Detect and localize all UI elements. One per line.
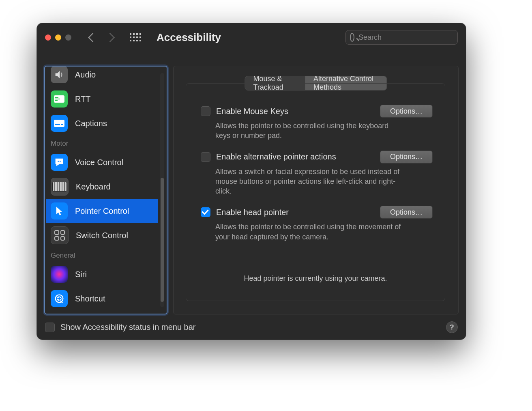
- options-box: Enable Mouse Keys Options… Allows the po…: [186, 83, 445, 301]
- scrollbar-thumb[interactable]: [161, 178, 164, 302]
- option-enable-alt-actions: Enable alternative pointer actions Optio…: [186, 146, 445, 201]
- sidebar-item-keyboard[interactable]: Keyboard: [46, 174, 158, 199]
- categories-sidebar[interactable]: Audio RTT Captions Motor: [44, 66, 167, 314]
- checkbox-enable-mouse-keys[interactable]: [201, 106, 210, 116]
- sidebar-item-shortcut[interactable]: Shortcut: [46, 286, 158, 311]
- option-description: Allows a switch or facial expression to …: [215, 167, 402, 196]
- sidebar-item-voice-control[interactable]: Voice Control: [46, 150, 158, 174]
- svg-point-8: [60, 161, 61, 162]
- sidebar-item-label: Audio: [75, 70, 96, 80]
- nav-arrows: [89, 34, 114, 41]
- sidebar-item-label: RTT: [75, 95, 91, 104]
- sidebar-item-pointer-control[interactable]: Pointer Control: [46, 199, 158, 223]
- sidebar-item-captions[interactable]: Captions: [46, 111, 158, 136]
- sidebar-item-audio[interactable]: Audio: [46, 66, 158, 87]
- prefs-window: Accessibility Audio RTT: [37, 23, 466, 340]
- bottom-row: Show Accessibility status in menu bar ?: [45, 321, 458, 333]
- sidebar-item-label: Captions: [75, 119, 107, 128]
- sidebar-item-siri[interactable]: Siri: [46, 262, 158, 286]
- svg-rect-6: [61, 124, 63, 125]
- sidebar-item-label: Switch Control: [76, 231, 128, 240]
- sidebar-item-label: Shortcut: [75, 294, 105, 303]
- camera-status-note: Head pointer is currently using your cam…: [186, 274, 445, 283]
- page-title: Accessibility: [157, 31, 221, 44]
- rtt-icon: [51, 90, 68, 108]
- show-all-icon[interactable]: [130, 33, 141, 41]
- sidebar-item-label: Pointer Control: [75, 207, 129, 216]
- titlebar: Accessibility: [37, 23, 466, 52]
- voice-control-icon: [51, 154, 68, 171]
- siri-icon: [51, 266, 68, 283]
- detail-pane: Mouse & Trackpad Alternative Control Met…: [173, 66, 459, 314]
- checkbox-enable-alt-actions[interactable]: [201, 152, 210, 162]
- sidebar-section-general: General: [46, 247, 158, 262]
- close-window-button[interactable]: [45, 34, 51, 41]
- option-enable-head-pointer: Enable head pointer Options… Allows the …: [186, 201, 445, 247]
- options-button-mouse-keys[interactable]: Options…: [380, 105, 433, 118]
- option-enable-mouse-keys: Enable Mouse Keys Options… Allows the po…: [186, 100, 445, 146]
- sidebar-scrollbar[interactable]: [160, 73, 164, 307]
- svg-rect-1: [55, 97, 58, 98]
- content-area: Audio RTT Captions Motor: [44, 66, 459, 314]
- show-status-label: Show Accessibility status in menu bar: [60, 323, 196, 332]
- svg-rect-2: [55, 99, 60, 99]
- svg-point-7: [58, 161, 59, 162]
- minimize-window-button[interactable]: [55, 34, 61, 41]
- sidebar-item-label: Keyboard: [76, 182, 111, 192]
- option-description: Allows the pointer to be controlled usin…: [215, 222, 402, 242]
- option-label: Enable alternative pointer actions: [216, 152, 374, 161]
- switch-control-icon: [51, 226, 69, 244]
- sidebar-item-rtt[interactable]: RTT: [46, 87, 158, 111]
- option-label: Enable Mouse Keys: [216, 107, 374, 116]
- checkbox-show-status-menubar[interactable]: [45, 323, 55, 332]
- audio-icon: [51, 66, 68, 83]
- sidebar-item-label: Voice Control: [75, 158, 123, 167]
- checkbox-enable-head-pointer[interactable]: [201, 207, 210, 217]
- sidebar-item-label: Siri: [75, 270, 87, 279]
- keyboard-icon: [51, 178, 69, 196]
- sidebar-section-motor: Motor: [46, 136, 158, 150]
- help-button[interactable]: ?: [446, 321, 458, 333]
- back-button[interactable]: [88, 32, 97, 42]
- window-controls[interactable]: [45, 34, 71, 41]
- options-button-head-pointer[interactable]: Options…: [380, 206, 433, 219]
- forward-button[interactable]: [105, 32, 115, 42]
- captions-icon: [51, 115, 68, 132]
- search-input[interactable]: [358, 33, 453, 42]
- shortcut-icon: [51, 290, 68, 307]
- pointer-control-icon: [51, 202, 68, 219]
- option-label: Enable head pointer: [216, 208, 374, 217]
- options-button-alt-actions[interactable]: Options…: [380, 151, 433, 164]
- search-field[interactable]: [345, 30, 458, 45]
- svg-rect-3: [55, 100, 58, 101]
- zoom-window-button[interactable]: [65, 34, 71, 41]
- svg-rect-5: [55, 124, 60, 125]
- sidebar-item-switch-control[interactable]: Switch Control: [46, 223, 158, 247]
- search-icon: [350, 33, 354, 42]
- option-description: Allows the pointer to be controlled usin…: [215, 121, 402, 141]
- svg-rect-4: [54, 120, 64, 127]
